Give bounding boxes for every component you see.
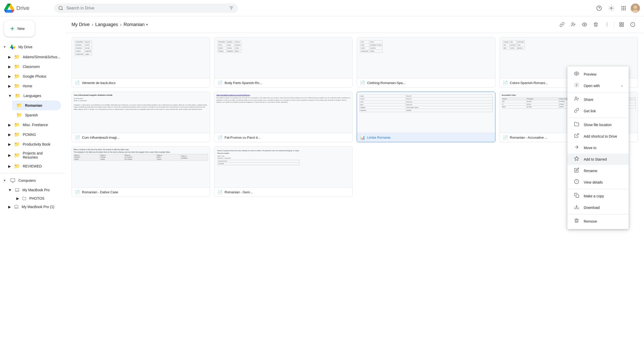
- context-menu-viewdetails[interactable]: View details: [567, 176, 629, 188]
- sidebar-item-macbookpro1[interactable]: ▶ My MacBook Pro (1): [4, 202, 61, 211]
- sidebar-subfolders: ▶ 📁 Adams/Simon&Schus... ▶ 📁 Classroom ▶…: [0, 52, 65, 171]
- context-menu-rename[interactable]: Rename: [567, 165, 629, 176]
- sidebar-item-home[interactable]: ▶ 📁 Home: [4, 81, 61, 91]
- context-menu-openwith-label: Open with: [584, 84, 600, 88]
- sidebar-item-computers[interactable]: ▼ Computers: [0, 175, 61, 186]
- sidebar-macbook-subitems: ▶ PHOTOS: [4, 194, 65, 202]
- topbar: Drive: [0, 0, 644, 16]
- info-button[interactable]: [628, 19, 638, 30]
- sidebar-item-adams[interactable]: ▶ 📁 Adams/Simon&Schus...: [4, 52, 61, 62]
- sidebar-item-label: REVIEWED: [23, 164, 42, 168]
- sidebar-item-label: PCMAG: [23, 133, 36, 137]
- sidebar-item-productivitybook[interactable]: ▶ 📁 Productivity Book: [4, 139, 61, 149]
- context-menu-makecopy[interactable]: Make a copy: [567, 190, 629, 202]
- preview-button[interactable]: [579, 19, 590, 30]
- sidebar-item-label: My MacBook Pro: [22, 188, 50, 192]
- context-menu-openwith[interactable]: Open with ›: [567, 80, 629, 91]
- svg-point-43: [576, 85, 577, 85]
- sidebar-item-label: Misc. Freelance: [23, 123, 48, 127]
- chevron-right-icon[interactable]: ▶: [8, 55, 11, 59]
- file-card-dative[interactable]: When a receiver is the end of its action…: [71, 146, 210, 197]
- sidebar-item-languages[interactable]: ▼ 📁 Languages: [4, 91, 61, 101]
- file-card-limaromania[interactable]: casesthese (f) schoolthese (f) roomthese…: [357, 92, 495, 142]
- context-menu-rename-label: Rename: [584, 169, 597, 173]
- sidebar-item-mydrive[interactable]: ▼ My Drive: [0, 42, 61, 52]
- search-input[interactable]: [66, 6, 226, 10]
- breadcrumb-dropdown-icon[interactable]: ▾: [146, 22, 148, 27]
- computer-icon: [10, 178, 15, 183]
- sidebar-item-gphotos[interactable]: ▶ 📁 Google Photos: [4, 71, 61, 81]
- chevron-right-icon[interactable]: ▶: [8, 123, 11, 127]
- context-menu-download[interactable]: Download: [567, 202, 629, 213]
- sheet-type-icon: 📊: [360, 135, 365, 140]
- svg-point-44: [575, 97, 577, 99]
- sidebar-item-label: PHOTOS: [29, 196, 44, 200]
- file-card-genitive[interactable]: Nouns in genitive have the same endings …: [214, 146, 353, 197]
- search-bar[interactable]: [54, 4, 238, 13]
- more-options-button[interactable]: [602, 19, 612, 30]
- sidebar-item-romanian[interactable]: 📁 Romanian: [12, 101, 61, 110]
- context-menu-share[interactable]: Share: [567, 94, 629, 105]
- context-menu-remove[interactable]: Remove: [567, 216, 629, 227]
- file-card-clothing[interactable]: vestveste workportabila to shop sockssar…: [357, 37, 495, 88]
- context-menu-moveto[interactable]: Move to: [567, 142, 629, 153]
- file-name: Body Parts-Spanish-Ro...: [225, 81, 350, 85]
- sidebar-item-macbookpro[interactable]: ▼ My MacBook Pro: [4, 186, 61, 194]
- context-menu-addstarred-label: Add to Starred: [584, 157, 607, 161]
- file-footer: 📄 Fat-Frumos cu Parul d...: [214, 133, 353, 142]
- laptop-icon: [15, 188, 19, 192]
- delete-button[interactable]: [591, 19, 601, 30]
- chevron-down-icon[interactable]: ▼: [3, 179, 6, 182]
- breadcrumb-current-text: Romanian: [124, 22, 145, 27]
- sidebar-item-spanish[interactable]: 📁 Spanish: [12, 110, 61, 120]
- help-button[interactable]: [594, 3, 604, 13]
- share-button[interactable]: [568, 19, 578, 30]
- grid-view-button[interactable]: [616, 19, 627, 30]
- share-icon: [574, 96, 580, 103]
- folder-icon: 📁: [14, 141, 20, 147]
- chevron-right-icon[interactable]: ▶: [8, 133, 11, 137]
- chevron-right-icon[interactable]: ▶: [8, 65, 11, 69]
- new-button[interactable]: + New: [4, 20, 35, 37]
- sidebar-item-reviewed[interactable]: ▶ 📁 REVIEWED: [4, 161, 61, 171]
- chevron-right-icon[interactable]: ▶: [16, 196, 19, 200]
- chevron-right-icon[interactable]: ▶: [8, 153, 11, 157]
- file-card-alimente[interactable]: vegetableslegume potatoescartofi tomatoe…: [71, 37, 210, 88]
- apps-button[interactable]: [618, 3, 629, 13]
- context-menu-addstarred[interactable]: Add to Starred: [567, 153, 629, 165]
- chevron-right-icon[interactable]: ▶: [8, 142, 11, 146]
- breadcrumb-mydrive[interactable]: My Drive: [71, 22, 90, 27]
- chevron-right-icon[interactable]: ▶: [8, 74, 11, 78]
- context-menu-showfilelocation[interactable]: Show file location: [567, 119, 629, 130]
- breadcrumb-actions: [557, 19, 638, 30]
- file-card-cuminfluent[interactable]: Cum influențează imaginile sănătatea min…: [71, 92, 210, 142]
- file-grid: vegetableslegume potatoescartofi tomatoe…: [71, 37, 638, 197]
- context-menu-preview[interactable]: Preview: [567, 68, 629, 80]
- filter-icon[interactable]: [229, 6, 234, 11]
- chevron-down-icon[interactable]: ▼: [8, 94, 12, 98]
- sidebar-item-label: Google Photos: [23, 74, 46, 78]
- file-name: Clothing-Romanian-Spa...: [367, 81, 492, 85]
- settings-button[interactable]: [606, 3, 616, 13]
- avatar[interactable]: [631, 4, 640, 13]
- file-card-fatfrumos[interactable]: https://wordlabel.wordpress.com/author/f…: [214, 92, 353, 142]
- sidebar-item-photos[interactable]: ▶ PHOTOS: [12, 194, 61, 202]
- svg-rect-26: [15, 205, 18, 208]
- chevron-down-icon[interactable]: ▼: [3, 45, 6, 49]
- chevron-down-icon[interactable]: ▼: [8, 188, 12, 192]
- chevron-right-icon[interactable]: ▶: [8, 205, 11, 209]
- breadcrumb-languages[interactable]: Languages: [95, 22, 118, 27]
- doc-type-icon: 📄: [75, 80, 80, 85]
- chevron-right-icon[interactable]: ▶: [8, 84, 11, 88]
- context-menu-addshortcut[interactable]: Add shortcut to Drive: [567, 130, 629, 142]
- get-link-button[interactable]: [557, 19, 567, 30]
- sidebar-item-projectsresumes[interactable]: ▶ 📁 Projects and Resumes: [4, 149, 61, 161]
- folder-icon: 📁: [14, 163, 20, 169]
- context-menu-getlink[interactable]: Get link: [567, 105, 629, 117]
- sidebar-item-miscfreelance[interactable]: ▶ 📁 Misc. Freelance: [4, 120, 61, 130]
- chevron-right-icon[interactable]: ▶: [8, 164, 11, 168]
- file-card-bodyparts[interactable]: Shouldersprojectschance Armsbracesaracha…: [214, 37, 353, 88]
- main-layout: + New ▼ My Drive ▶ 📁 Adams/Simon&Schus..…: [0, 16, 644, 359]
- sidebar-item-classroom[interactable]: ▶ 📁 Classroom: [4, 62, 61, 71]
- sidebar-item-pcmag[interactable]: ▶ 📁 PCMAG: [4, 130, 61, 139]
